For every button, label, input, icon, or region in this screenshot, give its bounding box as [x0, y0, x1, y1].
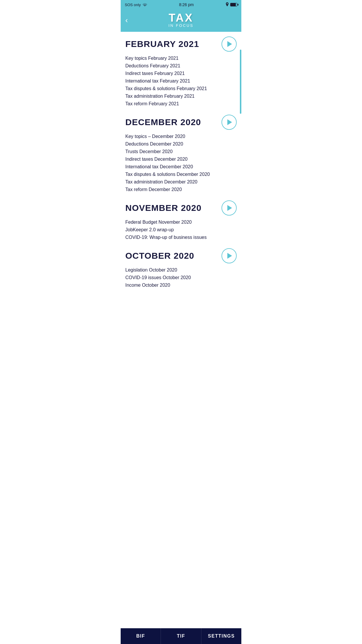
list-item[interactable]: Key topics – December 2020: [125, 133, 237, 140]
scroll-indicator: [240, 50, 241, 114]
play-triangle-icon: [227, 41, 232, 47]
list-item[interactable]: Legislation October 2020: [125, 266, 237, 274]
section-header-dec-2020: DECEMBER 2020: [125, 115, 237, 130]
list-item[interactable]: JobKeeper 2.0 wrap-up: [125, 226, 237, 234]
list-item[interactable]: Indirect taxes December 2020: [125, 155, 237, 163]
play-triangle-icon: [227, 253, 232, 259]
list-item[interactable]: COVID-19 issues October 2020: [125, 274, 237, 281]
wifi-icon: [143, 3, 147, 7]
location-icon: [226, 2, 229, 7]
section-items-oct-2020: Legislation October 2020 COVID-19 issues…: [125, 266, 237, 289]
play-button-feb-2021[interactable]: [222, 36, 237, 52]
list-item[interactable]: Deductions December 2020: [125, 140, 237, 148]
list-item[interactable]: Tax disputes & solutions December 2020: [125, 171, 237, 178]
play-button-dec-2020[interactable]: [222, 115, 237, 130]
scroll-wrapper: FEBRUARY 2021 Key topics February 2021 D…: [125, 36, 237, 316]
section-title-dec-2020: DECEMBER 2020: [125, 117, 201, 127]
carrier-label: SOS only: [125, 3, 141, 7]
list-item[interactable]: Trusts December 2020: [125, 148, 237, 155]
section-nov-2020: NOVEMBER 2020 Federal Budget November 20…: [125, 200, 237, 241]
list-item[interactable]: COVID-19: Wrap-up of business issues: [125, 234, 237, 241]
section-oct-2020: OCTOBER 2020 Legislation October 2020 CO…: [125, 248, 237, 289]
list-item[interactable]: Indirect taxes February 2021: [125, 70, 237, 77]
play-triangle-icon: [227, 119, 232, 125]
list-item[interactable]: International tax February 2021: [125, 77, 237, 85]
list-item[interactable]: Deductions February 2021: [125, 62, 237, 70]
play-button-oct-2020[interactable]: [222, 248, 237, 263]
list-item[interactable]: Tax administration December 2020: [125, 178, 237, 186]
section-title-oct-2020: OCTOBER 2020: [125, 251, 194, 261]
list-item[interactable]: Tax disputes & solutions February 2021: [125, 85, 237, 92]
section-feb-2021: FEBRUARY 2021 Key topics February 2021 D…: [125, 36, 237, 108]
section-dec-2020: DECEMBER 2020 Key topics – December 2020…: [125, 115, 237, 193]
section-items-dec-2020: Key topics – December 2020 Deductions De…: [125, 133, 237, 193]
status-right: [226, 2, 237, 7]
list-item[interactable]: Tax administration February 2021: [125, 92, 237, 100]
logo-tax: TAX: [168, 12, 193, 23]
section-title-feb-2021: FEBRUARY 2021: [125, 39, 199, 49]
list-item[interactable]: Tax reform December 2020: [125, 186, 237, 193]
section-title-nov-2020: NOVEMBER 2020: [125, 203, 201, 213]
section-header-oct-2020: OCTOBER 2020: [125, 248, 237, 263]
play-triangle-icon: [227, 205, 232, 211]
nav-bar: ‹ TAX IN FOCUS: [121, 9, 241, 32]
status-bar: SOS only 8:26 pm: [121, 0, 241, 9]
content-area: FEBRUARY 2021 Key topics February 2021 D…: [121, 32, 241, 316]
section-items-nov-2020: Federal Budget November 2020 JobKeeper 2…: [125, 218, 237, 241]
battery-icon: [230, 3, 237, 6]
list-item[interactable]: Income October 2020: [125, 281, 237, 289]
section-header-nov-2020: NOVEMBER 2020: [125, 200, 237, 216]
section-items-feb-2021: Key topics February 2021 Deductions Febr…: [125, 55, 237, 108]
play-button-nov-2020[interactable]: [222, 200, 237, 216]
time-label: 8:26 pm: [179, 2, 194, 7]
list-item[interactable]: Tax reform February 2021: [125, 100, 237, 108]
list-item[interactable]: Key topics February 2021: [125, 55, 237, 62]
list-item[interactable]: International tax December 2020: [125, 163, 237, 171]
status-left: SOS only: [125, 3, 147, 7]
back-button[interactable]: ‹: [125, 16, 128, 24]
logo-infocus: IN FOCUS: [168, 23, 194, 28]
list-item[interactable]: Federal Budget November 2020: [125, 218, 237, 226]
app-logo: TAX IN FOCUS: [168, 12, 194, 28]
section-header-feb-2021: FEBRUARY 2021: [125, 36, 237, 52]
